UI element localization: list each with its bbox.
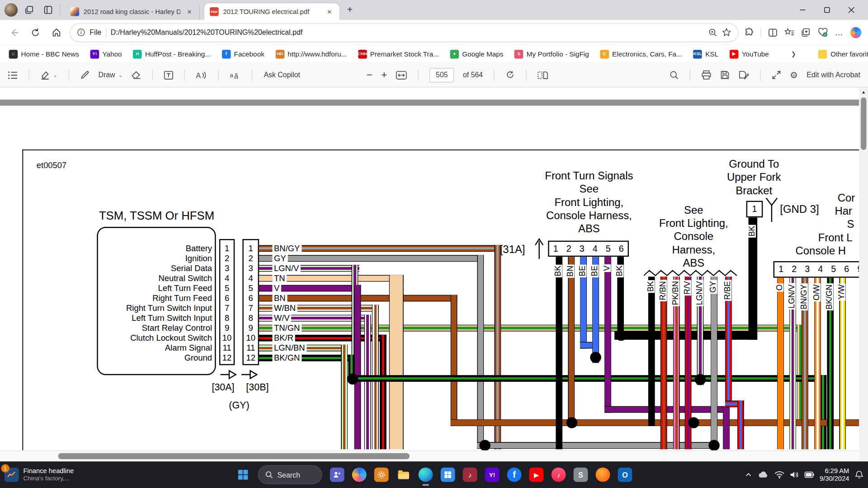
favorite-label: Yahoo xyxy=(102,50,122,58)
zoom-page-icon[interactable] xyxy=(708,28,717,37)
chevron-down-icon[interactable]: ⌄ xyxy=(53,72,57,78)
taskbar-clock[interactable]: 6:29 AM 9/30/2024 xyxy=(820,467,849,482)
taskbar-app-edge[interactable] xyxy=(419,468,433,482)
refresh-icon[interactable] xyxy=(28,24,43,40)
rotate-icon[interactable] xyxy=(505,70,515,80)
taskbar-search[interactable]: Search xyxy=(258,465,322,484)
search-document-icon[interactable] xyxy=(669,70,679,80)
taskbar-app-youtube[interactable]: ▶ xyxy=(529,468,544,482)
maximize-button[interactable] xyxy=(815,1,839,19)
taskbar-app-file-explorer[interactable] xyxy=(396,468,411,482)
favorite-item[interactable]: SMy Portfolio - SigFig xyxy=(514,50,589,59)
horizontal-scrollbar[interactable] xyxy=(0,450,859,461)
wire-segment-r-bn xyxy=(660,277,667,449)
notifications-bell-icon[interactable] xyxy=(855,470,864,479)
ask-copilot-button[interactable]: Ask Copilot xyxy=(264,71,300,79)
favorites-list-icon[interactable] xyxy=(784,28,794,38)
translate-icon[interactable]: aǎ xyxy=(230,70,241,80)
favorite-item[interactable]: ●Google Maps xyxy=(450,50,503,59)
draw-pen-icon[interactable] xyxy=(80,70,90,80)
taskbar-app-start[interactable] xyxy=(236,468,250,482)
favorite-item[interactable]: ▶YouTube xyxy=(730,50,769,59)
pdf-settings-gear-icon[interactable]: ⚙ xyxy=(790,70,798,80)
extensions-icon[interactable] xyxy=(744,28,754,38)
draw-label[interactable]: Draw xyxy=(98,71,115,79)
widgets-button[interactable]: 1 Finance headline China's factory,... xyxy=(5,468,74,482)
taskbar-app-store[interactable] xyxy=(441,468,455,482)
scroll-up-icon[interactable]: ▲ xyxy=(859,87,868,96)
favorite-item[interactable]: fFacebook xyxy=(222,50,264,59)
taskbar-app-facebook[interactable]: f xyxy=(507,468,522,482)
favorite-star-icon[interactable] xyxy=(722,28,731,37)
favorite-item[interactable]: CNNPremarket Stock Tra... xyxy=(358,50,439,59)
other-favorites-button[interactable]: Other favorites xyxy=(818,50,868,59)
taskbar-app-outlook[interactable]: O xyxy=(618,468,632,482)
front-turn-note: Front Turn SignalsSeeFront Lighting,Cons… xyxy=(511,169,666,235)
back-icon[interactable] xyxy=(7,24,22,40)
vertical-scrollbar[interactable]: ▲ xyxy=(859,87,868,461)
favorite-item[interactable]: Y!Yahoo xyxy=(90,50,122,59)
edit-with-acrobat-button[interactable]: Edit with Acrobat xyxy=(807,71,860,79)
tab-road-king[interactable]: 2012 road king classic - Harley Da ✕ xyxy=(65,3,200,20)
info-icon[interactable] xyxy=(77,28,85,36)
battery-icon[interactable] xyxy=(804,471,814,478)
taskbar-app-itunes[interactable]: ♪ xyxy=(463,468,477,482)
save-icon[interactable] xyxy=(720,70,730,80)
fit-width-icon[interactable] xyxy=(396,70,407,80)
favorite-label: Electronics, Cars, Fa... xyxy=(612,50,682,58)
speaker-icon[interactable] xyxy=(790,471,799,479)
vertical-tabs-icon[interactable] xyxy=(41,3,56,17)
system-tray: 6:29 AM 9/30/2024 xyxy=(744,467,863,482)
favorite-item[interactable]: KSLKSL xyxy=(693,50,718,59)
tab-actions-icon[interactable] xyxy=(22,3,37,17)
page-number-input[interactable]: 505 xyxy=(429,68,454,82)
tab-close-icon[interactable]: ✕ xyxy=(325,7,334,16)
print-icon[interactable] xyxy=(701,70,711,80)
close-button[interactable] xyxy=(839,1,863,19)
tab-close-icon[interactable]: ✕ xyxy=(185,7,194,16)
eraser-icon[interactable] xyxy=(132,70,142,80)
vertical-wire-label: R/BN xyxy=(659,280,667,301)
zoom-out-icon[interactable]: − xyxy=(367,69,373,81)
favorite-item[interactable]: EElectronics, Cars, Fa... xyxy=(600,50,682,59)
horizontal-scrollbar-thumb[interactable] xyxy=(58,453,410,459)
taskbar-app-flame[interactable] xyxy=(596,468,610,482)
note-line: Front Lighting, xyxy=(511,195,666,208)
tray-chevron-icon[interactable] xyxy=(744,471,752,479)
taskbar-app-teams[interactable] xyxy=(330,468,344,482)
wifi-icon[interactable] xyxy=(774,471,784,479)
read-aloud-icon[interactable]: A xyxy=(196,70,207,80)
page-view-icon[interactable] xyxy=(538,70,548,80)
add-text-icon[interactable] xyxy=(164,70,174,80)
new-tab-button[interactable]: + xyxy=(347,5,353,15)
favorites-overflow-chevron[interactable]: ❯ xyxy=(791,50,796,57)
url-field[interactable]: File D:/Harley%20Manuals/2012%20TOURING%… xyxy=(70,23,738,42)
toc-icon[interactable] xyxy=(8,70,18,80)
highlighter-icon[interactable] xyxy=(40,70,50,80)
taskbar-app-settings-orange[interactable] xyxy=(374,468,389,482)
vertical-wire-label: V xyxy=(603,264,611,272)
chevron-down-icon[interactable]: ⌄ xyxy=(118,72,123,78)
fullscreen-icon[interactable] xyxy=(772,70,781,80)
vertical-wire-label: BK xyxy=(646,280,655,293)
home-icon[interactable] xyxy=(49,24,64,40)
favorite-item[interactable]: HHuffPost - Breaking... xyxy=(133,50,211,59)
settings-more-icon[interactable]: … xyxy=(835,28,844,37)
taskbar-app-copilot[interactable] xyxy=(352,468,367,482)
tab-pdf[interactable]: PDF 2012 TOURING electrical.pdf ✕ xyxy=(204,3,340,20)
onedrive-cloud-icon[interactable] xyxy=(758,471,769,479)
collections-icon[interactable] xyxy=(801,28,811,38)
favorite-item[interactable]: HDhttp://www.hdforu... xyxy=(275,50,347,59)
split-screen-icon[interactable] xyxy=(768,28,778,38)
browser-essentials-icon[interactable] xyxy=(818,28,828,38)
favorite-item[interactable]: ::Home - BBC News xyxy=(9,50,79,59)
taskbar-app-apple-music[interactable]: ♪ xyxy=(552,468,566,482)
zoom-in-icon[interactable]: + xyxy=(381,69,387,81)
profile-avatar[interactable] xyxy=(5,3,18,16)
vertical-scrollbar-thumb[interactable] xyxy=(861,98,866,150)
minimize-button[interactable] xyxy=(791,1,815,19)
save-as-icon[interactable] xyxy=(738,70,749,80)
taskbar-app-yahoo[interactable]: Y! xyxy=(485,468,500,482)
taskbar-app-s-app[interactable]: S xyxy=(574,468,588,482)
copilot-icon[interactable] xyxy=(850,27,861,38)
